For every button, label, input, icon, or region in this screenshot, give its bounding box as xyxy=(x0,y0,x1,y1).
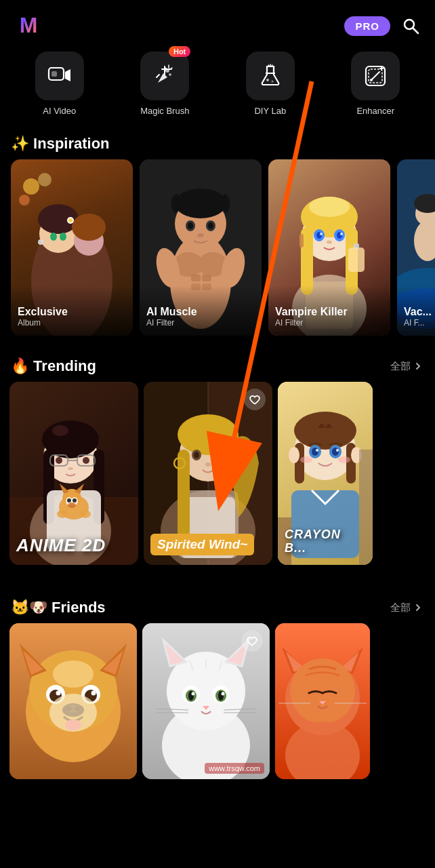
inspiration-card-vac[interactable]: Vac... AI F... xyxy=(397,159,435,336)
svg-point-13 xyxy=(266,79,269,81)
aimuscle-type: AI Filter xyxy=(146,318,255,328)
trending-card-spirited[interactable]: Spirited Wind~ xyxy=(144,382,272,565)
enhancer-icon xyxy=(363,64,388,88)
chevron-right-icon xyxy=(412,360,424,372)
tool-magic-brush-label: Magic Brush xyxy=(140,106,189,116)
header-right: PRO xyxy=(344,14,423,38)
trending-title: 🔥 Trending xyxy=(11,357,96,375)
inspiration-card-vampire[interactable]: Vampire Killer AI Filter xyxy=(268,159,390,336)
svg-rect-113 xyxy=(178,450,190,538)
svg-point-131 xyxy=(300,456,312,463)
friends-title: 🐱🐶 Friends xyxy=(11,599,106,616)
friend-card-dog[interactable] xyxy=(9,623,137,779)
svg-point-49 xyxy=(188,222,193,229)
svg-point-127 xyxy=(312,448,318,456)
friends-see-all[interactable]: 全部 xyxy=(390,601,424,614)
vampire-overlay: Vampire Killer AI Filter xyxy=(268,285,390,336)
svg-point-102 xyxy=(57,510,68,518)
tool-magic-brush[interactable]: Magic Brush xyxy=(140,52,189,116)
svg-rect-42 xyxy=(202,275,211,281)
search-icon xyxy=(401,16,420,35)
svg-point-23 xyxy=(370,79,373,81)
svg-point-34 xyxy=(38,239,43,245)
heart-icon-cat xyxy=(246,635,258,647)
crayon-label-wrap: CRAYON B... xyxy=(285,528,366,555)
aimuscle-name: AI Muscle xyxy=(146,306,255,318)
spirited-label: Spirited Wind~ xyxy=(150,534,254,555)
spirited-heart[interactable] xyxy=(244,389,266,410)
tool-magic-brush-icon-wrap xyxy=(140,52,189,100)
svg-point-8 xyxy=(169,73,171,76)
lab-icon xyxy=(258,64,283,88)
svg-line-16 xyxy=(268,65,270,66)
trending-card-crayon[interactable]: CRAYON B... xyxy=(278,382,373,565)
svg-point-148 xyxy=(56,691,61,696)
svg-point-119 xyxy=(205,462,211,467)
svg-point-91 xyxy=(56,457,62,464)
svg-point-122 xyxy=(294,412,356,450)
tool-ai-video-label: AI Video xyxy=(43,106,76,116)
svg-point-24 xyxy=(23,178,39,195)
tool-diy-lab[interactable]: DIY Lab xyxy=(246,52,295,116)
spirited-label-wrap: Spirited Wind~ xyxy=(150,534,266,555)
svg-point-101 xyxy=(68,502,76,508)
crayon-label: CRAYON B... xyxy=(285,528,366,555)
trending-see-all[interactable]: 全部 xyxy=(390,360,424,373)
svg-point-67 xyxy=(320,233,323,235)
svg-rect-6 xyxy=(51,71,57,77)
svg-point-31 xyxy=(72,214,106,241)
svg-point-165 xyxy=(192,692,195,696)
svg-point-130 xyxy=(336,449,339,452)
svg-line-17 xyxy=(271,65,272,66)
svg-point-133 xyxy=(289,447,299,463)
svg-point-143 xyxy=(53,660,94,688)
svg-point-46 xyxy=(175,189,226,218)
svg-rect-71 xyxy=(348,248,365,272)
svg-point-25 xyxy=(19,195,30,205)
exclusive-type: Album xyxy=(18,318,126,328)
svg-point-32 xyxy=(50,233,57,241)
svg-point-100 xyxy=(72,498,77,502)
chevron-right-icon-friends xyxy=(412,601,424,614)
exclusive-name: Exclusive xyxy=(18,306,126,318)
search-button[interactable] xyxy=(398,14,423,38)
inspiration-scroll: Exclusive Album xyxy=(0,159,435,349)
svg-point-69 xyxy=(327,241,332,244)
trending-card-anime2d[interactable]: ANIME 2D xyxy=(9,382,138,565)
tool-ai-video[interactable]: AI Video xyxy=(35,52,84,116)
svg-point-103 xyxy=(80,510,91,518)
app-header: M PRO xyxy=(0,0,435,49)
aimuscle-overlay: AI Muscle AI Filter xyxy=(140,285,262,336)
friend-cat-heart[interactable] xyxy=(241,630,263,652)
svg-point-176 xyxy=(290,658,355,724)
svg-point-68 xyxy=(340,233,343,235)
watermark: www.trsqw.com xyxy=(205,763,264,774)
tool-diy-lab-icon-wrap xyxy=(246,52,295,100)
svg-point-166 xyxy=(222,692,225,696)
svg-point-14 xyxy=(271,81,273,83)
svg-point-36 xyxy=(68,218,72,222)
friends-grid: www.trsqw.com xyxy=(0,623,435,793)
pro-badge[interactable]: PRO xyxy=(344,16,390,36)
svg-point-128 xyxy=(332,448,339,456)
svg-point-117 xyxy=(217,452,222,458)
brush-icon xyxy=(152,64,177,88)
svg-point-87 xyxy=(52,425,68,436)
svg-line-22 xyxy=(371,72,379,80)
svg-point-26 xyxy=(38,173,51,186)
svg-point-132 xyxy=(338,456,350,463)
vac-type: AI F... xyxy=(404,318,435,328)
svg-point-149 xyxy=(91,691,96,696)
trending-section: 🔥 Trending 全部 xyxy=(0,349,435,591)
app-logo: M xyxy=(12,9,45,42)
trending-grid: ANIME 2D xyxy=(0,382,435,578)
svg-point-129 xyxy=(316,449,318,452)
friend-card-cat[interactable]: www.trsqw.com xyxy=(142,623,270,779)
tool-ai-video-icon-wrap xyxy=(35,52,84,100)
inspiration-card-exclusive[interactable]: Exclusive Album xyxy=(11,159,133,336)
inspiration-card-aimuscle[interactable]: AI Muscle AI Filter xyxy=(140,159,262,336)
friend-card-cat2[interactable] xyxy=(275,623,370,779)
svg-rect-41 xyxy=(191,275,201,281)
tool-enhancer[interactable]: Enhancer xyxy=(351,52,400,116)
svg-point-33 xyxy=(60,233,66,241)
